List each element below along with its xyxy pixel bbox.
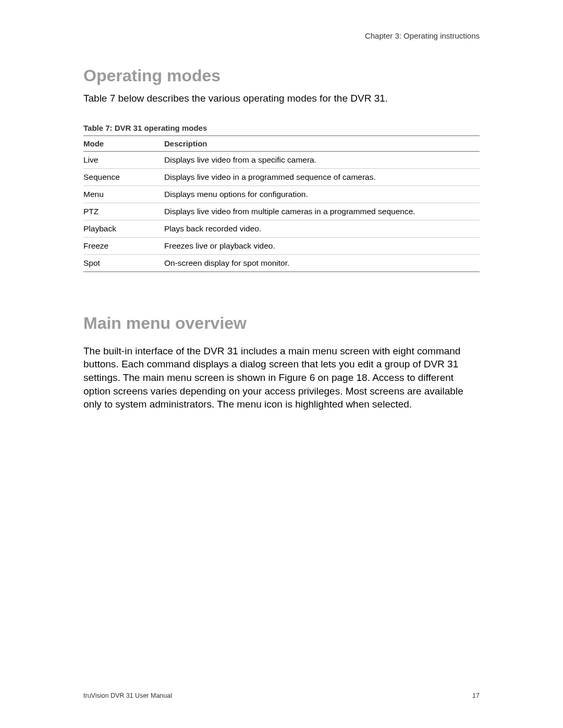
cell-mode: Spot bbox=[83, 254, 164, 272]
table-header-mode: Mode bbox=[83, 135, 164, 151]
cell-description: Displays live video in a programmed sequ… bbox=[164, 168, 480, 186]
cell-mode: Live bbox=[83, 151, 164, 168]
chapter-header: Chapter 3: Operating instructions bbox=[83, 31, 480, 40]
operating-modes-table: Mode Description Live Displays live vide… bbox=[83, 135, 480, 272]
intro-operating-modes: Table 7 below describes the various oper… bbox=[83, 92, 480, 105]
cell-description: Displays live video from a specific came… bbox=[164, 151, 480, 168]
table-row: Menu Displays menu options for configura… bbox=[83, 186, 480, 203]
cell-mode: PTZ bbox=[83, 203, 164, 220]
table-row: Freeze Freezes live or playback video. bbox=[83, 237, 480, 254]
cell-mode: Sequence bbox=[83, 168, 164, 186]
page-footer: truVision DVR 31 User Manual 17 bbox=[83, 692, 480, 699]
cell-mode: Playback bbox=[83, 220, 164, 237]
table-header-description: Description bbox=[164, 135, 480, 151]
cell-mode: Menu bbox=[83, 186, 164, 203]
cell-description: On-screen display for spot monitor. bbox=[164, 254, 480, 272]
cell-description: Displays menu options for configuration. bbox=[164, 186, 480, 203]
footer-doc-title: truVision DVR 31 User Manual bbox=[83, 692, 172, 699]
cell-description: Plays back recorded video. bbox=[164, 220, 480, 237]
table-row: PTZ Displays live video from multiple ca… bbox=[83, 203, 480, 220]
table-caption: Table 7: DVR 31 operating modes bbox=[83, 124, 480, 132]
cell-mode: Freeze bbox=[83, 237, 164, 254]
table-row: Playback Plays back recorded video. bbox=[83, 220, 480, 237]
cell-description: Freezes live or playback video. bbox=[164, 237, 480, 254]
table-row: Spot On-screen display for spot monitor. bbox=[83, 254, 480, 272]
table-row: Sequence Displays live video in a progra… bbox=[83, 168, 480, 186]
body-main-menu-overview: The built-in interface of the DVR 31 inc… bbox=[83, 344, 480, 411]
table-row: Live Displays live video from a specific… bbox=[83, 151, 480, 168]
heading-operating-modes: Operating modes bbox=[83, 66, 480, 85]
cell-description: Displays live video from multiple camera… bbox=[164, 203, 480, 220]
heading-main-menu-overview: Main menu overview bbox=[83, 314, 480, 333]
footer-page-number: 17 bbox=[472, 692, 480, 699]
